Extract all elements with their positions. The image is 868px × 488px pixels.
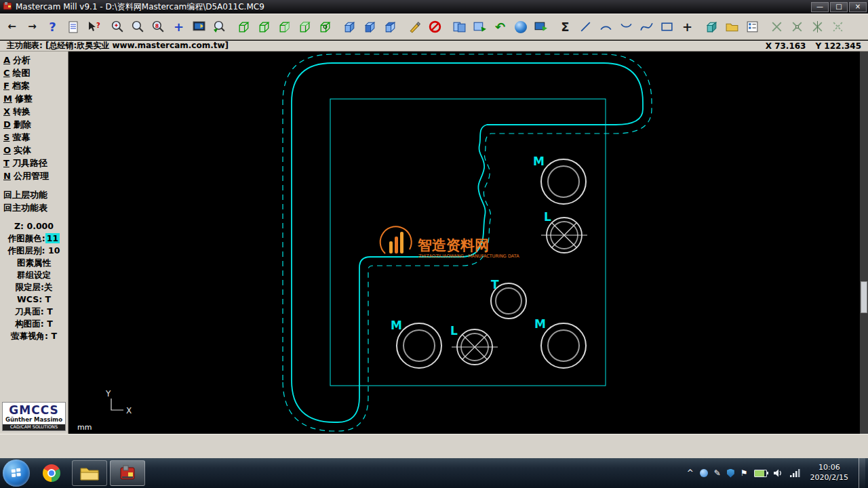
sidebar-item-delete[interactable]: D删除 bbox=[0, 118, 68, 131]
pen-input-icon[interactable]: ✎ bbox=[714, 469, 721, 477]
hole-label: M bbox=[391, 319, 402, 332]
zoom-previous-button[interactable] bbox=[210, 16, 229, 37]
trim-3-button[interactable] bbox=[808, 16, 827, 37]
separator bbox=[0, 214, 68, 220]
forward-button[interactable]: → bbox=[22, 16, 42, 37]
toolplane-field[interactable]: 刀具面: T bbox=[0, 306, 68, 318]
context-help-button[interactable]: ? bbox=[83, 16, 103, 37]
help-button[interactable]: ? bbox=[43, 16, 62, 37]
sidebar-item-toolpaths[interactable]: T刀具路径 bbox=[0, 157, 68, 169]
gview-top-button[interactable] bbox=[234, 16, 254, 37]
minimize-button[interactable]: — bbox=[811, 2, 829, 12]
prompt-area[interactable] bbox=[0, 434, 868, 458]
sidebar-item-analyze[interactable]: A分析 bbox=[0, 54, 68, 66]
start-button[interactable] bbox=[3, 460, 30, 487]
viewports-button[interactable] bbox=[450, 16, 469, 37]
gview-field[interactable]: 萤幕视角: T bbox=[0, 330, 68, 342]
hole-group-m2[interactable] bbox=[397, 323, 441, 368]
sidebar-item-file[interactable]: F档案 bbox=[0, 79, 68, 92]
gview-front-button[interactable] bbox=[254, 16, 274, 37]
brush-icon bbox=[408, 20, 422, 34]
cplane-top-button[interactable] bbox=[340, 16, 359, 37]
mask-level-field[interactable]: 限定层:关 bbox=[0, 281, 68, 293]
axis-x-label: X bbox=[126, 406, 132, 415]
taskbar-clock[interactable]: 10:06 2020/2/15 bbox=[806, 463, 852, 483]
delete-entities-button[interactable] bbox=[425, 16, 445, 37]
trim-2-button[interactable] bbox=[787, 16, 807, 37]
browser-icon bbox=[43, 464, 60, 482]
network-icon[interactable] bbox=[789, 468, 800, 478]
hole-group-m1[interactable] bbox=[541, 159, 586, 204]
cplane-front-button[interactable] bbox=[360, 16, 380, 37]
main-menu-button[interactable]: 回主功能表 bbox=[0, 201, 68, 214]
create-fillet-button[interactable] bbox=[616, 16, 636, 37]
attributes-button[interactable]: 图素属性 bbox=[0, 257, 68, 269]
taskbar-browser-button[interactable] bbox=[34, 460, 69, 486]
shade-button[interactable] bbox=[511, 16, 530, 37]
create-point-button[interactable]: + bbox=[677, 16, 697, 37]
scrollbar-thumb[interactable] bbox=[861, 281, 867, 313]
solids-button[interactable] bbox=[702, 16, 722, 37]
cplane-field[interactable]: 构图面: T bbox=[0, 318, 68, 330]
sidebar-item-solids[interactable]: O实体 bbox=[0, 144, 68, 157]
tray-app-icon[interactable] bbox=[700, 469, 708, 477]
hole-group-l2[interactable] bbox=[452, 329, 498, 365]
op-list-button[interactable] bbox=[743, 16, 762, 37]
trim-1-button[interactable] bbox=[767, 16, 787, 37]
no-entry-icon bbox=[428, 20, 442, 34]
draw-color-field[interactable]: 作图颜色:11 bbox=[0, 232, 68, 245]
zoom-scale-button[interactable]: 8 bbox=[149, 16, 168, 37]
repaint-button[interactable] bbox=[189, 16, 209, 37]
clear-colors-button[interactable] bbox=[405, 16, 425, 37]
file-list-button[interactable] bbox=[63, 16, 83, 37]
create-arc-button[interactable] bbox=[596, 16, 616, 37]
taskbar-mastercam-button[interactable] bbox=[110, 460, 145, 486]
groups-button[interactable]: 群组设定 bbox=[0, 269, 68, 281]
operations-manager-button[interactable] bbox=[722, 16, 742, 37]
security-shield-icon[interactable] bbox=[727, 469, 734, 478]
create-line-button[interactable] bbox=[576, 16, 595, 37]
sidebar-item-screen[interactable]: S萤幕 bbox=[0, 131, 68, 144]
hole-label: M bbox=[533, 155, 545, 168]
cad-drawing[interactable]: M L T M L M 智造资料网 ZHIZAOZILIAOWANG · MAN… bbox=[69, 52, 860, 434]
battery-icon[interactable] bbox=[754, 470, 767, 477]
create-spline-button[interactable] bbox=[637, 16, 656, 37]
wcs-field[interactable]: WCS: T bbox=[0, 293, 68, 306]
close-button[interactable]: × bbox=[849, 2, 867, 12]
gview-side-button[interactable] bbox=[275, 16, 294, 37]
sidebar-item-create[interactable]: C绘图 bbox=[0, 66, 68, 79]
pan-button[interactable]: + bbox=[169, 16, 189, 37]
switch-window-button[interactable] bbox=[470, 16, 490, 37]
hole-group-m3[interactable] bbox=[541, 323, 586, 368]
plus-icon: + bbox=[682, 21, 692, 33]
vertical-scrollbar[interactable] bbox=[860, 52, 868, 434]
maximize-button[interactable]: □ bbox=[830, 2, 848, 12]
sidebar-item-nc-utils[interactable]: N公用管理 bbox=[0, 169, 68, 182]
sidebar-item-xform[interactable]: X转换 bbox=[0, 105, 68, 118]
z-depth-field[interactable]: Z: 0.000 bbox=[0, 220, 68, 232]
create-rectangle-button[interactable] bbox=[657, 16, 677, 37]
axes-gnomon: Y X bbox=[105, 389, 132, 415]
taskbar-explorer-button[interactable] bbox=[72, 460, 107, 486]
wire-cube-icon bbox=[298, 20, 312, 34]
analyze-sigma-button[interactable]: Σ bbox=[555, 16, 575, 37]
monitor-arrow-icon bbox=[534, 20, 548, 34]
show-desktop-button[interactable] bbox=[859, 458, 865, 488]
divide-button[interactable] bbox=[828, 16, 848, 37]
hidden-icons-button[interactable]: ^ bbox=[687, 469, 694, 477]
undo-button[interactable]: ↶ bbox=[490, 16, 510, 37]
mastercam-app-icon[interactable] bbox=[3, 1, 12, 13]
backup-menu-button[interactable]: 回上层功能 bbox=[0, 188, 68, 201]
cplane-side-button[interactable] bbox=[380, 16, 400, 37]
graphics-workspace[interactable]: M L T M L M 智造资料网 ZHIZAOZILIAOWANG · MAN… bbox=[69, 52, 860, 434]
back-button[interactable]: ← bbox=[2, 16, 22, 37]
screen-redraw-button[interactable] bbox=[531, 16, 551, 37]
action-center-icon[interactable]: ⚑ bbox=[741, 469, 748, 477]
gview-iso-button[interactable] bbox=[295, 16, 315, 37]
zoom-target-button[interactable] bbox=[128, 16, 148, 37]
volume-icon[interactable] bbox=[773, 468, 783, 478]
gview-dynamic-button[interactable] bbox=[315, 16, 335, 37]
sidebar-item-modify[interactable]: M修整 bbox=[0, 92, 68, 105]
draw-level-field[interactable]: 作图层别: 10 bbox=[0, 245, 68, 257]
zoom-window-button[interactable] bbox=[108, 16, 127, 37]
